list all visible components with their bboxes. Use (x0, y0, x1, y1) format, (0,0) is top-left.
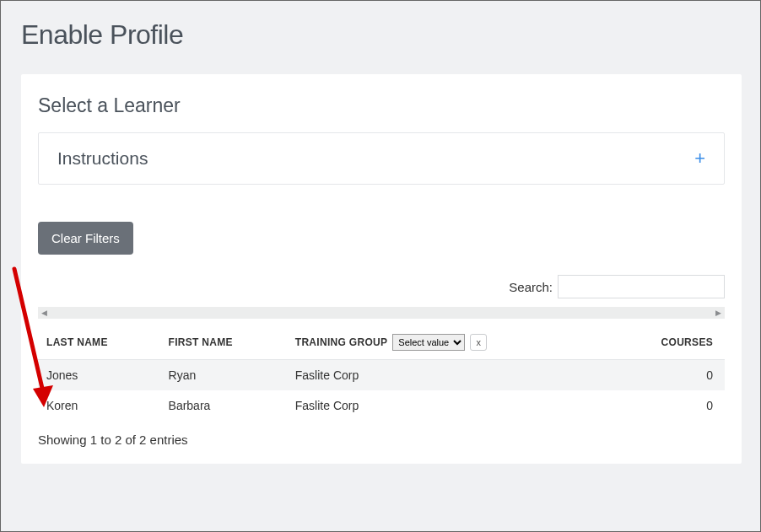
cell-training-group: Faslite Corp (287, 390, 613, 421)
table-header-row: LAST NAME FIRST NAME TRAINING GROUP Sele… (38, 325, 725, 360)
training-group-select[interactable]: Select value (392, 334, 465, 351)
learners-table: LAST NAME FIRST NAME TRAINING GROUP Sele… (38, 325, 725, 421)
cell-courses: 0 (613, 360, 725, 391)
table-row[interactable]: Koren Barbara Faslite Corp 0 (38, 390, 725, 421)
cell-courses: 0 (613, 390, 725, 421)
cell-last-name: Koren (38, 390, 160, 421)
horizontal-scrollbar[interactable]: ◀ ▶ (38, 307, 725, 319)
section-title: Select a Learner (38, 94, 725, 117)
cell-first-name: Barbara (160, 390, 287, 421)
page-title: Enable Profile (1, 1, 760, 51)
instructions-accordion[interactable]: Instructions + (38, 132, 725, 185)
training-group-clear-button[interactable]: x (470, 334, 487, 351)
col-first-name[interactable]: FIRST NAME (160, 325, 287, 360)
col-courses[interactable]: COURSES (613, 325, 725, 360)
search-row: Search: (38, 275, 725, 298)
cell-training-group: Faslite Corp (287, 360, 613, 391)
table-row[interactable]: Jones Ryan Faslite Corp 0 (38, 360, 725, 391)
learner-card: Select a Learner Instructions + Clear Fi… (21, 74, 742, 464)
scroll-right-icon: ▶ (715, 309, 721, 317)
clear-filters-button[interactable]: Clear Filters (38, 222, 133, 255)
search-input[interactable] (558, 275, 725, 298)
expand-icon: + (694, 149, 705, 168)
col-last-name[interactable]: LAST NAME (38, 325, 160, 360)
search-label: Search: (509, 280, 553, 294)
scroll-left-icon: ◀ (41, 309, 47, 317)
col-training-group: TRAINING GROUP Select value x (287, 325, 613, 360)
cell-first-name: Ryan (160, 360, 287, 391)
table-status: Showing 1 to 2 of 2 entries (38, 433, 725, 447)
instructions-label: Instructions (57, 148, 148, 169)
app-window: Enable Profile Select a Learner Instruct… (0, 0, 761, 532)
cell-last-name: Jones (38, 360, 160, 391)
col-training-group-label: TRAINING GROUP (295, 336, 388, 348)
